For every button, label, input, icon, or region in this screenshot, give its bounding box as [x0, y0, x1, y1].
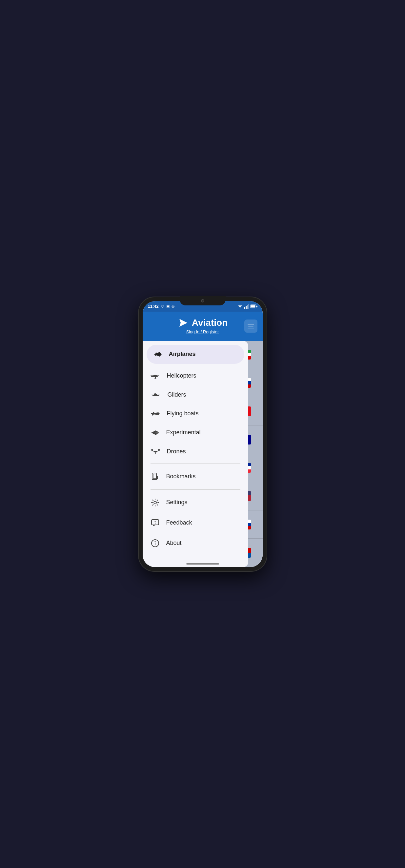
phone-camera	[180, 296, 226, 305]
svg-rect-8	[151, 376, 158, 377]
nav-item-settings[interactable]: Settings	[143, 492, 248, 513]
menu-button[interactable]	[244, 319, 257, 333]
divider-2	[151, 490, 240, 490]
app-header: Aviation Sing In / Register	[143, 312, 263, 341]
settings-label: Settings	[166, 499, 188, 506]
svg-point-28	[154, 541, 155, 542]
app-title: Aviation	[192, 317, 227, 328]
svg-rect-22	[153, 474, 156, 478]
wifi-icon	[237, 304, 243, 309]
status-time: 11:42	[148, 304, 159, 309]
about-icon	[151, 539, 160, 548]
nav-item-flying-boats[interactable]: Flying boats	[143, 404, 248, 423]
svg-point-25	[154, 521, 155, 522]
home-bar	[186, 563, 219, 564]
flying-boats-label: Flying boats	[167, 410, 199, 417]
helicopter-icon	[151, 372, 160, 379]
feedback-label: Feedback	[166, 519, 192, 526]
settings-icon	[151, 498, 160, 507]
svg-rect-2	[246, 306, 247, 309]
nav-item-helicopters[interactable]: Helicopters	[143, 366, 248, 385]
status-bar-left: 11:42 🛡 ▣ ◎	[148, 304, 175, 309]
about-label: About	[166, 539, 182, 547]
experimental-label: Experimental	[166, 429, 201, 436]
svg-rect-7	[256, 306, 257, 307]
camera-dot	[201, 299, 204, 303]
shield-icon: 🛡	[161, 304, 164, 308]
bookmarks-label: Bookmarks	[166, 473, 196, 480]
nav-item-gliders[interactable]: Gliders	[143, 385, 248, 404]
feedback-icon	[151, 519, 160, 527]
svg-rect-4	[248, 304, 249, 309]
drone-icon	[151, 448, 160, 455]
menu-line-2	[248, 326, 253, 327]
airplanes-label: Airplanes	[169, 351, 196, 358]
svg-rect-14	[154, 451, 157, 453]
vpn-icon: ◎	[172, 304, 175, 308]
svg-rect-26	[155, 523, 155, 524]
header-plane-icon	[178, 317, 189, 329]
phone-device: 11:42 🛡 ▣ ◎	[139, 297, 267, 571]
header-logo-row: Aviation	[178, 317, 227, 329]
content-area: ☪ ✦✦	[143, 341, 263, 567]
svg-rect-29	[155, 542, 155, 545]
airplane-icon	[153, 351, 162, 358]
divider-1	[151, 464, 240, 464]
svg-rect-3	[247, 305, 248, 309]
nav-item-bookmarks[interactable]: Bookmarks	[143, 466, 248, 487]
svg-rect-11	[154, 378, 156, 379]
nav-item-airplanes[interactable]: Airplanes	[147, 345, 244, 364]
drones-label: Drones	[167, 448, 186, 455]
signal-icon	[244, 304, 249, 309]
svg-point-23	[154, 501, 156, 504]
nav-drawer: Airplanes Hel	[143, 341, 248, 567]
status-bar-right	[237, 304, 257, 309]
bookmark-icon	[151, 472, 160, 481]
svg-rect-1	[244, 307, 245, 309]
nav-item-experimental[interactable]: Experimental	[143, 423, 248, 442]
svg-point-0	[239, 307, 240, 308]
sim-icon: ▣	[166, 304, 169, 308]
main-content: Aviation Sing In / Register	[143, 312, 263, 567]
svg-rect-6	[251, 305, 255, 307]
phone-screen: 11:42 🛡 ▣ ◎	[143, 301, 263, 567]
signin-link[interactable]: Sing In / Register	[186, 329, 219, 334]
battery-icon	[250, 304, 257, 308]
nav-item-about[interactable]: About	[143, 533, 248, 553]
nav-item-drones[interactable]: Drones	[143, 442, 248, 461]
experimental-icon	[151, 429, 160, 436]
gliders-label: Gliders	[167, 391, 186, 398]
menu-line-3	[248, 328, 254, 329]
glider-icon	[151, 392, 161, 398]
header-content: Aviation Sing In / Register	[178, 317, 227, 334]
nav-item-feedback[interactable]: Feedback	[143, 513, 248, 533]
helicopters-label: Helicopters	[167, 372, 196, 379]
menu-line-1	[248, 324, 254, 324]
svg-rect-10	[155, 377, 156, 378]
svg-rect-24	[152, 520, 159, 525]
flying-boat-icon	[151, 410, 160, 417]
